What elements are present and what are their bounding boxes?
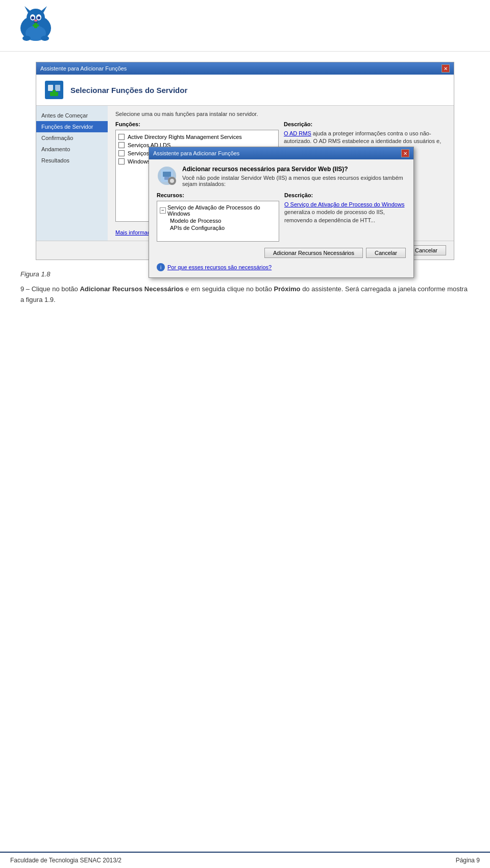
function-checkbox-adlds[interactable] — [118, 142, 125, 148]
function-checkbox-adrms[interactable] — [118, 134, 125, 140]
sidebar-item-antes[interactable]: Antes de Começar — [36, 110, 108, 121]
main-window-body: Selecionar Funções do Servidor Antes de … — [36, 75, 454, 260]
svg-point-7 — [37, 16, 40, 19]
add-resources-button[interactable]: Adicionar Recursos Necessários — [264, 248, 363, 258]
svg-point-11 — [41, 36, 49, 41]
overlay-close-button[interactable]: ✕ — [401, 149, 409, 157]
overlay-cancel-button[interactable]: Cancelar — [366, 248, 406, 258]
overlay-question-area: Adicionar recursos necessários para Serv… — [182, 166, 406, 187]
info-icon: i — [157, 263, 165, 271]
overlay-content: Recursos: − Serviço de Ativação de Proce… — [157, 192, 406, 242]
dialog-content: Antes de Começar Funções de Servidor Con… — [36, 106, 454, 241]
overlay-question: Adicionar recursos necessários para Serv… — [182, 166, 406, 173]
dialog-instructions: Selecione uma ou mais funções para insta… — [115, 111, 446, 117]
main-window-title: Assistente para Adicionar Funções — [40, 65, 127, 72]
overlay-info: i Por que esses recursos são necessários… — [157, 263, 406, 271]
why-resources-link[interactable]: Por que esses recursos são necessários? — [167, 264, 272, 270]
dialog-header-title: Selecionar Funções do Servidor — [70, 86, 187, 95]
page-content: Assistente para Adicionar Funções ✕ Sele… — [0, 52, 490, 321]
footer-left: Faculdade de Tecnologia SENAC 2013/2 — [10, 857, 121, 864]
text-before: 9 – Clique no botão — [20, 285, 80, 293]
svg-marker-2 — [24, 6, 31, 13]
function-checkbox-access[interactable] — [118, 150, 125, 156]
overlay-desc-label: Descrição: — [284, 192, 406, 198]
overlay-resource-item-sap: − Serviço de Ativação de Processos do Wi… — [160, 204, 276, 217]
svg-point-10 — [22, 36, 31, 41]
dialog-main-panel: Selecione uma ou mais funções para insta… — [108, 106, 454, 241]
overlay-desc-link[interactable]: O Serviço de Ativação de Processo do Win… — [284, 201, 404, 207]
overlay-desc-text: O Serviço de Ativação de Processo do Win… — [284, 201, 406, 224]
svg-point-24 — [170, 179, 174, 183]
overlay-buttons: Adicionar Recursos Necessários Cancelar — [157, 248, 406, 258]
svg-rect-16 — [55, 85, 60, 91]
function-item-adrms: Active Directory Rights Management Servi… — [118, 133, 276, 141]
functions-label: Funções: — [115, 121, 279, 127]
logo-area — [10, 5, 71, 46]
overlay-resources-box: − Serviço de Ativação de Processos do Wi… — [157, 201, 279, 242]
svg-rect-13 — [34, 23, 37, 28]
overlay-icon — [157, 166, 177, 186]
svg-point-8 — [34, 19, 37, 21]
bold-text-1: Adicionar Recursos Necessários — [80, 285, 183, 293]
overlay-titlebar: Assistente para Adicionar Funções ✕ — [149, 147, 413, 159]
dialog-header: Selecionar Funções do Servidor — [36, 75, 454, 106]
footer-right: Página 9 — [456, 857, 480, 864]
svg-rect-18 — [53, 90, 56, 92]
main-window-close-button[interactable]: ✕ — [442, 64, 450, 73]
svg-rect-17 — [50, 92, 58, 96]
page-footer: Faculdade de Tecnologia SENAC 2013/2 Pág… — [0, 852, 490, 868]
svg-rect-15 — [48, 85, 53, 91]
main-window-titlebar: Assistente para Adicionar Funções ✕ — [36, 62, 454, 75]
overlay-title: Assistente para Adicionar Funções — [153, 150, 239, 156]
overlay-header: Adicionar recursos necessários para Serv… — [157, 166, 406, 187]
description-label: Descrição: — [284, 121, 446, 127]
sidebar-item-confirmacao[interactable]: Confirmação — [36, 132, 108, 144]
text-middle: e em seguida clique no botão — [183, 285, 274, 293]
sidebar-item-andamento[interactable]: Andamento — [36, 144, 108, 155]
sidebar-item-funcoes[interactable]: Funções de Servidor — [36, 121, 108, 132]
sidebar-item-resultados[interactable]: Resultados — [36, 155, 108, 166]
svg-point-6 — [31, 16, 34, 19]
page-header — [0, 0, 490, 52]
tree-expand-icon: − — [160, 207, 166, 214]
senac-logo — [10, 5, 61, 43]
bold-text-2: Próximo — [274, 285, 301, 293]
svg-marker-3 — [41, 6, 47, 13]
function-checkbox-wsus[interactable] — [118, 158, 125, 165]
overlay-resources: Recursos: − Serviço de Ativação de Proce… — [157, 192, 279, 242]
dialog-header-icon — [44, 80, 64, 100]
screenshot-container: Assistente para Adicionar Funções ✕ Sele… — [36, 62, 454, 260]
overlay-resource-item-mp: Modelo de Processo — [160, 217, 276, 224]
dialog-sidebar: Antes de Começar Funções de Servidor Con… — [36, 106, 108, 241]
overlay-resources-label: Recursos: — [157, 192, 279, 198]
svg-rect-21 — [163, 172, 171, 177]
overlay-dialog: Assistente para Adicionar Funções ✕ — [149, 147, 414, 278]
overlay-subtitle: Você não pode instalar Servidor Web (IIS… — [182, 175, 406, 187]
body-text: 9 – Clique no botão Adicionar Recursos N… — [20, 284, 470, 306]
overlay-description-panel: Descrição: O Serviço de Ativação de Proc… — [284, 192, 406, 242]
overlay-body: Adicionar recursos necessários para Serv… — [149, 159, 413, 277]
overlay-resource-item-api: APIs de Configuração — [160, 224, 276, 231]
description-link[interactable]: O AD RMS — [284, 130, 311, 136]
